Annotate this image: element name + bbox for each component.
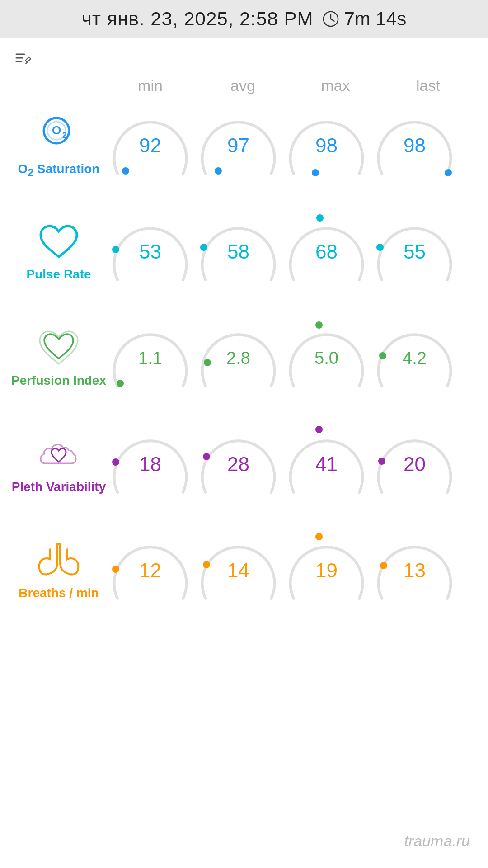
gauge-breaths-last: 13 — [373, 528, 456, 612]
dot-o2-max — [312, 169, 319, 176]
dot-pulse-max — [316, 214, 324, 222]
gauge-value-breaths-min: 12 — [139, 559, 161, 582]
lungs-icon — [34, 540, 84, 581]
dot-pleth-avg — [203, 453, 210, 460]
dot-pulse-last — [376, 244, 384, 251]
dot-perfusion-avg — [204, 359, 211, 366]
watermark-text: trauma.ru — [404, 832, 470, 849]
dot-breaths-avg — [203, 561, 210, 568]
gauge-perfusion-avg: 2.8 — [197, 316, 280, 400]
metric-row-pulse: Pulse Rate 53 58 68 55 — [9, 205, 479, 298]
gauge-pleth-min: 18 — [108, 422, 192, 506]
col-max: max — [289, 77, 382, 94]
gauge-pulse-max: 68 — [285, 210, 368, 293]
gauge-pulse-avg: 58 — [197, 210, 280, 293]
metric-values-o2: 92 97 98 98 — [108, 104, 479, 187]
column-headers: min avg max last — [104, 72, 488, 94]
dot-perfusion-min — [117, 380, 124, 387]
gauge-value-o2-last: 98 — [404, 134, 426, 157]
metric-name-breaths: Breaths / min — [19, 585, 99, 601]
gauge-value-perfusion-min: 1.1 — [138, 348, 162, 368]
gauge-value-pulse-avg: 58 — [227, 241, 249, 263]
dot-o2-last — [445, 169, 452, 176]
gauge-value-o2-avg: 97 — [227, 134, 249, 157]
gauge-pleth-max: 41 — [285, 422, 368, 506]
metric-name-perfusion: Perfusion Index — [11, 373, 106, 388]
metric-label-pleth: Pleth Variability — [9, 434, 108, 495]
metric-label-o2: O 2 O2 Saturation — [9, 112, 108, 179]
toolbar — [0, 38, 488, 72]
col-avg: avg — [197, 77, 289, 94]
metric-label-pulse: Pulse Rate — [9, 222, 108, 282]
gauge-o2-max: 98 — [285, 104, 368, 187]
gauge-value-o2-min: 92 — [139, 134, 161, 157]
gauge-value-pulse-min: 53 — [139, 241, 161, 263]
metrics-container: O 2 O2 Saturation 92 97 98 — [0, 94, 488, 635]
gauge-value-perfusion-avg: 2.8 — [226, 348, 250, 368]
status-duration-text: 7m 14s — [344, 8, 406, 30]
metric-row-pleth: Pleth Variability 18 28 41 20 — [9, 418, 479, 510]
dot-pulse-avg — [200, 244, 207, 251]
col-last: last — [382, 77, 474, 94]
gauge-perfusion-max: 5.0 — [285, 316, 368, 400]
gauge-value-perfusion-last: 4.2 — [403, 348, 427, 368]
dot-breaths-min — [112, 566, 119, 573]
metric-values-pleth: 18 28 41 20 — [108, 422, 479, 506]
svg-text:O: O — [52, 123, 61, 137]
dot-breaths-max — [315, 533, 323, 540]
gauge-breaths-max: 19 — [285, 528, 368, 612]
dot-o2-min — [122, 167, 129, 175]
gauge-value-pleth-last: 20 — [404, 453, 426, 476]
metric-label-perfusion: Perfusion Index — [9, 328, 108, 388]
gauge-value-pleth-min: 18 — [139, 453, 161, 476]
dot-pleth-min — [112, 458, 119, 466]
metric-label-breaths: Breaths / min — [9, 540, 108, 601]
svg-line-6 — [26, 62, 27, 64]
gauge-pulse-last: 55 — [373, 210, 456, 293]
svg-text:2: 2 — [62, 131, 67, 140]
gauge-value-breaths-avg: 14 — [227, 559, 249, 582]
metric-name-pulse: Pulse Rate — [26, 267, 91, 282]
gauge-breaths-avg: 14 — [197, 528, 280, 612]
gauge-value-o2-max: 98 — [315, 134, 338, 157]
metric-values-breaths: 12 14 19 13 — [108, 528, 479, 612]
dot-perfusion-last — [379, 352, 386, 359]
gauge-pulse-min: 53 — [108, 210, 192, 293]
gauge-value-breaths-last: 13 — [404, 559, 426, 582]
dot-pleth-max — [315, 426, 323, 433]
gauge-value-breaths-max: 19 — [315, 559, 338, 582]
metric-values-pulse: 53 58 68 55 — [108, 210, 479, 293]
pleth-icon — [36, 434, 81, 475]
gauge-value-pulse-max: 68 — [315, 241, 338, 263]
gauge-pleth-avg: 28 — [197, 422, 280, 506]
gauge-value-pleth-max: 41 — [315, 453, 338, 476]
footer-watermark: trauma.ru — [404, 832, 470, 850]
metric-name-pleth: Pleth Variability — [12, 479, 106, 495]
dot-pulse-min — [112, 246, 119, 253]
dot-breaths-last — [380, 562, 387, 569]
metric-row-breaths: Breaths / min 12 14 19 13 — [9, 524, 479, 617]
gauge-perfusion-min: 1.1 — [108, 316, 192, 400]
gauge-o2-avg: 97 — [197, 104, 280, 187]
status-datetime: чт янв. 23, 2025, 2:58 PM — [82, 8, 314, 30]
metric-row-perfusion: Perfusion Index 1.1 2.8 5.0 4.2 — [9, 311, 479, 404]
dot-perfusion-max — [315, 321, 323, 329]
pulse-icon — [36, 222, 81, 262]
gauge-pleth-last: 20 — [373, 422, 456, 506]
metric-values-perfusion: 1.1 2.8 5.0 4.2 — [108, 316, 479, 400]
svg-line-2 — [331, 19, 334, 21]
gauge-value-perfusion-max: 5.0 — [314, 348, 338, 368]
gauge-breaths-min: 12 — [108, 528, 192, 612]
metric-name-o2: O2 Saturation — [18, 161, 100, 179]
dot-pleth-last — [378, 458, 385, 465]
col-min: min — [104, 77, 197, 94]
status-bar: чт янв. 23, 2025, 2:58 PM 7m 14s — [0, 0, 488, 38]
dot-o2-avg — [215, 167, 222, 175]
clock-icon — [322, 10, 339, 28]
gauge-o2-min: 92 — [108, 104, 192, 187]
metric-row-o2: O 2 O2 Saturation 92 97 98 — [9, 99, 479, 192]
gauge-o2-last: 98 — [373, 104, 456, 187]
gauge-perfusion-last: 4.2 — [373, 316, 456, 400]
gauge-value-pulse-last: 55 — [404, 241, 426, 263]
edit-icon[interactable] — [14, 48, 33, 68]
